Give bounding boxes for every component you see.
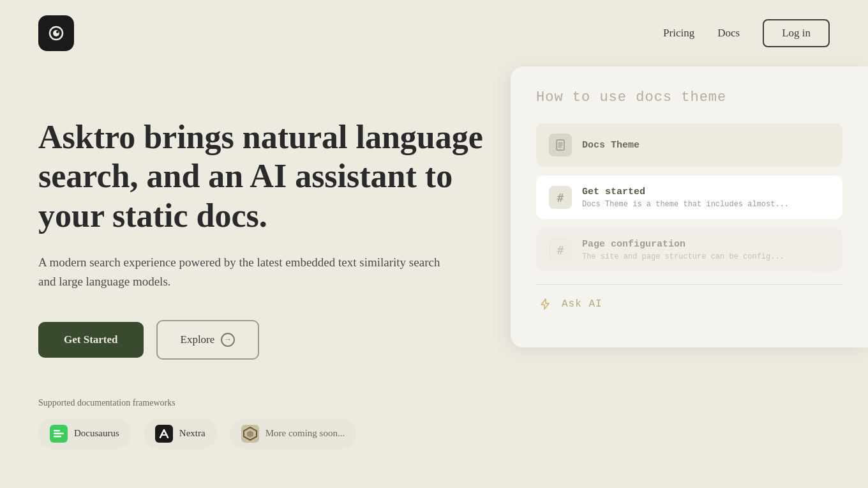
arrow-icon: → bbox=[221, 333, 235, 347]
page-icon bbox=[549, 133, 572, 156]
get-started-button[interactable]: Get Started bbox=[38, 322, 144, 358]
search-result-get-started[interactable]: # Get started Docs Theme is a theme that… bbox=[536, 176, 842, 219]
docusaurus-logo bbox=[50, 425, 68, 443]
framework-more: More coming soon... bbox=[230, 418, 357, 449]
nextra-logo bbox=[155, 425, 173, 443]
explore-label: Explore bbox=[181, 333, 215, 346]
result-2-desc: Docs Theme is a theme that includes almo… bbox=[582, 200, 789, 209]
docusaurus-icon bbox=[50, 425, 68, 443]
search-result-docs-theme[interactable]: Docs Theme bbox=[536, 123, 842, 167]
preview-query: How to use docs theme bbox=[536, 89, 842, 105]
result-2-content: Get started Docs Theme is a theme that i… bbox=[582, 187, 789, 209]
brand-name: Asktro bbox=[38, 119, 135, 155]
page-svg bbox=[555, 139, 566, 151]
result-2-title: Get started bbox=[582, 187, 789, 197]
svg-rect-4 bbox=[54, 430, 60, 432]
hero-text-block: Asktro brings natural language search, a… bbox=[38, 105, 498, 449]
navbar: Pricing Docs Log in bbox=[0, 0, 868, 66]
more-logo bbox=[241, 425, 259, 443]
hash-icon-2: # bbox=[549, 238, 572, 261]
nav-links: Pricing Docs Log in bbox=[663, 19, 830, 47]
result-3-content: Page configuration The site and page str… bbox=[582, 239, 784, 261]
result-3-title: Page configuration bbox=[582, 239, 784, 250]
logo-svg bbox=[46, 23, 66, 43]
framework-docusaurus: Docusaurus bbox=[38, 418, 131, 449]
docusaurus-name: Docusaurus bbox=[74, 428, 119, 439]
svg-point-2 bbox=[56, 31, 59, 33]
more-name: More coming soon... bbox=[266, 428, 345, 439]
nextra-name: Nextra bbox=[179, 428, 206, 439]
ask-ai-footer[interactable]: Ask AI bbox=[536, 284, 842, 313]
result-1-title: Docs Theme bbox=[582, 140, 640, 151]
frameworks-label: Supported documentation frameworks bbox=[38, 398, 498, 408]
nav-pricing[interactable]: Pricing bbox=[663, 27, 694, 40]
search-result-page-config[interactable]: # Page configuration The site and page s… bbox=[536, 228, 842, 271]
nextra-icon bbox=[155, 425, 173, 443]
explore-button[interactable]: Explore → bbox=[156, 320, 260, 360]
frameworks-section: Supported documentation frameworks Docus… bbox=[38, 398, 498, 449]
svg-rect-6 bbox=[54, 436, 61, 438]
hero-section: Asktro brings natural language search, a… bbox=[0, 66, 868, 449]
preview-card: How to use docs theme Docs Theme # Get s… bbox=[511, 66, 868, 347]
hero-buttons: Get Started Explore → bbox=[38, 320, 498, 360]
hero-subtitle: A modern search experience powered by th… bbox=[38, 253, 460, 292]
hero-title: Asktro brings natural language search, a… bbox=[38, 118, 498, 235]
hash-icon-1: # bbox=[549, 186, 572, 209]
logo[interactable] bbox=[38, 15, 74, 51]
logo-icon bbox=[38, 15, 74, 51]
svg-rect-7 bbox=[155, 425, 173, 443]
framework-nextra: Nextra bbox=[144, 418, 217, 449]
svg-rect-5 bbox=[54, 432, 64, 434]
more-icon bbox=[241, 425, 259, 443]
svg-point-1 bbox=[53, 30, 59, 36]
nav-docs[interactable]: Docs bbox=[717, 27, 740, 40]
result-3-desc: The site and page structure can be confi… bbox=[582, 252, 784, 261]
ai-sparkle-icon bbox=[536, 295, 554, 313]
login-button[interactable]: Log in bbox=[763, 19, 830, 47]
ask-ai-label: Ask AI bbox=[562, 298, 602, 310]
sparkle-svg bbox=[539, 298, 551, 310]
frameworks-list: Docusaurus Nextra bbox=[38, 418, 498, 449]
